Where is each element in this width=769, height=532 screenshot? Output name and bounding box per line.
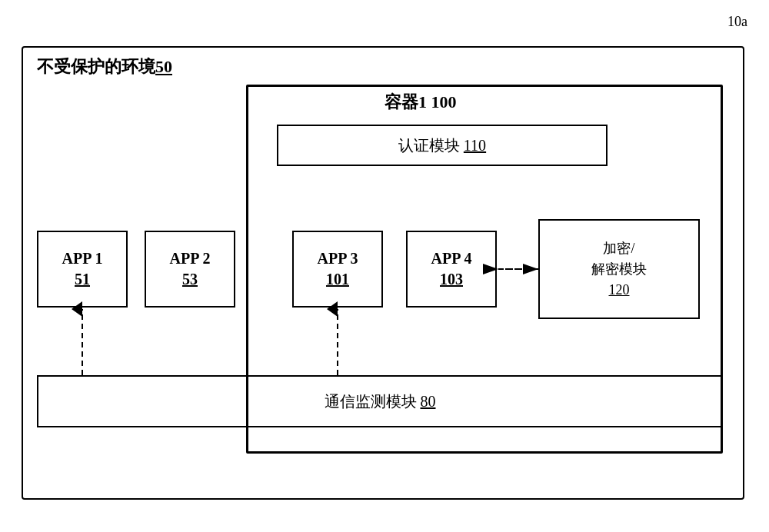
outer-environment-label: 不受保护的环境50	[37, 55, 172, 78]
comm-module-box: 通信监测模块 80	[37, 375, 723, 427]
ref-label: 10a	[727, 14, 747, 30]
app2-number: 53	[182, 271, 198, 288]
enc-module-box: 加密/ 解密模块 120	[538, 219, 700, 319]
enc-module-label: 加密/ 解密模块 120	[591, 238, 647, 301]
container-label: 容器1 100	[384, 91, 457, 114]
app1-box: APP 1 51	[37, 231, 128, 308]
comm-module-label: 通信监测模块 80	[325, 391, 436, 412]
app4-box: APP 4 103	[406, 231, 497, 308]
app2-name: APP 2	[170, 250, 211, 268]
app1-number: 51	[75, 271, 90, 288]
app3-number: 101	[326, 271, 349, 288]
app3-box: APP 3 101	[292, 231, 383, 308]
app4-name: APP 4	[431, 250, 472, 268]
app3-name: APP 3	[318, 250, 358, 268]
app2-box: APP 2 53	[145, 231, 235, 308]
app1-name: APP 1	[62, 250, 103, 268]
auth-module-box: 认证模块 110	[277, 125, 608, 166]
auth-module-label: 认证模块 110	[398, 135, 486, 156]
diagram: 10a 不受保护的环境50 容器1 100 认证模块 110 APP 1 51 …	[0, 0, 769, 532]
app4-number: 103	[440, 271, 463, 288]
